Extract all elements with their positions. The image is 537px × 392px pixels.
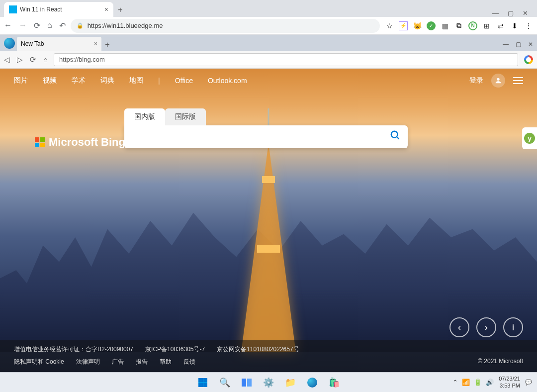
copy-ext-icon[interactable]: ⧉ bbox=[454, 21, 463, 30]
search-tabs: 国内版 国际版 bbox=[124, 108, 408, 125]
edge-window-controls: — ▢ ✕ bbox=[503, 41, 537, 51]
nav-images[interactable]: 图片 bbox=[14, 76, 28, 85]
volume-icon[interactable]: 🔊 bbox=[486, 379, 494, 386]
search-box bbox=[124, 125, 408, 148]
tab-domestic[interactable]: 国内版 bbox=[124, 108, 165, 125]
next-image-button[interactable]: › bbox=[476, 317, 496, 337]
file-explorer-button[interactable]: 📁 bbox=[281, 375, 300, 391]
nav-outlook[interactable]: Outlook.com bbox=[208, 77, 247, 85]
settings-button[interactable]: ⚙️ bbox=[259, 375, 278, 391]
footer-help[interactable]: 帮助 bbox=[160, 358, 172, 366]
maximize-button[interactable]: ▢ bbox=[508, 9, 514, 17]
reload-button[interactable]: ⟳ bbox=[30, 55, 36, 64]
green-circle-ext-icon[interactable]: ✓ bbox=[427, 21, 436, 30]
footer-legal[interactable]: 法律声明 bbox=[76, 358, 100, 366]
svg-rect-4 bbox=[247, 379, 252, 387]
store-button[interactable]: 🛍️ bbox=[325, 375, 344, 391]
close-button[interactable]: ✕ bbox=[523, 9, 528, 17]
hamburger-menu-icon[interactable] bbox=[513, 77, 523, 84]
nav-maps[interactable]: 地图 bbox=[129, 76, 143, 85]
nav-dictionary[interactable]: 词典 bbox=[100, 76, 114, 85]
minimize-button[interactable]: — bbox=[503, 41, 509, 48]
new-tab-button[interactable]: + bbox=[113, 3, 127, 17]
nav-office[interactable]: Office bbox=[175, 77, 193, 85]
close-icon[interactable]: × bbox=[94, 40, 97, 47]
google-icon[interactable] bbox=[524, 55, 533, 64]
minimize-button[interactable]: — bbox=[492, 9, 499, 17]
back-button[interactable]: ◁ bbox=[4, 55, 10, 64]
taskbar-center: 🔍 ⚙️ 📁 🛍️ bbox=[193, 375, 344, 391]
chrome-tab-strip: Win 11 in React × + — ▢ ✕ bbox=[0, 0, 537, 17]
chrome-toolbar: ← → ⟳ ⌂ ↶ 🔒 https://win11.blueedge.me ☆ … bbox=[0, 17, 537, 35]
footer-license-2[interactable]: 京ICP备10036305号-7 bbox=[145, 345, 205, 354]
wifi-icon[interactable]: 📶 bbox=[462, 379, 470, 386]
edge-url-bar[interactable]: https://bing.com bbox=[54, 53, 518, 66]
battery-icon[interactable]: 🔋 bbox=[474, 379, 482, 386]
bing-top-nav: 图片 视频 学术 词典 地图 | Office Outlook.com 登录 bbox=[0, 74, 537, 88]
edge-tab-strip: New Tab × + — ▢ ✕ bbox=[0, 35, 537, 51]
bing-footer: 增值电信业务经营许可证：合字B2-20090007 京ICP备10036305号… bbox=[0, 340, 537, 372]
info-button[interactable]: i bbox=[503, 317, 523, 337]
youdao-badge[interactable]: y bbox=[522, 127, 537, 149]
cat-ext-icon[interactable]: 😺 bbox=[413, 21, 422, 30]
tab-international[interactable]: 国际版 bbox=[165, 108, 206, 125]
bolt-ext-icon[interactable]: ⚡ bbox=[399, 21, 408, 30]
undo-button[interactable]: ↶ bbox=[59, 21, 66, 30]
forward-button[interactable]: → bbox=[19, 21, 27, 30]
footer-feedback[interactable]: 反馈 bbox=[183, 358, 195, 366]
home-button[interactable]: ⌂ bbox=[43, 55, 48, 64]
close-button[interactable]: ✕ bbox=[528, 41, 533, 48]
footer-license-3[interactable]: 京公网安备11010802022657号 bbox=[217, 345, 299, 354]
close-icon[interactable]: × bbox=[104, 5, 108, 13]
reload-button[interactable]: ⟳ bbox=[34, 21, 40, 30]
nav-academic[interactable]: 学术 bbox=[72, 76, 86, 85]
apps-ext-icon[interactable]: ⊞ bbox=[482, 21, 491, 30]
chrome-omnibox[interactable]: 🔒 https://win11.blueedge.me bbox=[71, 19, 380, 33]
search-input[interactable] bbox=[131, 133, 390, 141]
win11-favicon bbox=[9, 5, 17, 13]
maximize-button[interactable]: ▢ bbox=[516, 41, 521, 48]
microsoft-logo-icon bbox=[35, 137, 45, 147]
nav-video[interactable]: 视频 bbox=[43, 76, 57, 85]
arrows-ext-icon[interactable]: ⇄ bbox=[496, 21, 505, 30]
edge-icon bbox=[4, 38, 15, 49]
svg-line-2 bbox=[397, 137, 399, 139]
user-avatar[interactable] bbox=[491, 74, 505, 88]
edge-taskbar-button[interactable] bbox=[303, 375, 322, 391]
star-icon[interactable]: ☆ bbox=[385, 21, 394, 30]
edge-tab[interactable]: New Tab × bbox=[17, 37, 101, 51]
svg-point-0 bbox=[497, 78, 499, 81]
chrome-url-text: https://win11.blueedge.me bbox=[88, 22, 163, 29]
home-button[interactable]: ⌂ bbox=[47, 21, 52, 30]
edge-tab-title: New Tab bbox=[21, 40, 44, 47]
nav-divider: | bbox=[158, 77, 160, 85]
edge-toolbar: ◁ ▷ ⟳ ⌂ https://bing.com bbox=[0, 51, 537, 69]
lock-icon: 🔒 bbox=[77, 22, 84, 29]
system-tray: ⌃ 📶 🔋 🔊 07/23/21 3:53 PM 💬 bbox=[452, 376, 537, 389]
footer-ads[interactable]: 广告 bbox=[112, 358, 124, 366]
taskbar-clock[interactable]: 07/23/21 3:53 PM bbox=[499, 376, 520, 389]
search-icon[interactable] bbox=[390, 130, 401, 144]
footer-report[interactable]: 报告 bbox=[136, 358, 148, 366]
footer-privacy[interactable]: 隐私声明和 Cookie bbox=[14, 358, 64, 366]
n-ext-icon[interactable]: N bbox=[468, 21, 477, 30]
chrome-tab[interactable]: Win 11 in React × bbox=[4, 2, 113, 17]
svg-rect-3 bbox=[242, 379, 246, 387]
windows-taskbar: 🔍 ⚙️ 📁 🛍️ ⌃ 📶 🔋 🔊 07/23/21 3:53 PM 💬 bbox=[0, 372, 537, 392]
forward-button[interactable]: ▷ bbox=[17, 55, 23, 64]
prev-image-button[interactable]: ‹ bbox=[449, 317, 469, 337]
search-button[interactable]: 🔍 bbox=[215, 375, 234, 391]
footer-license-1[interactable]: 增值电信业务经营许可证：合字B2-20090007 bbox=[14, 345, 133, 354]
notifications-icon[interactable]: 💬 bbox=[525, 379, 532, 386]
menu-icon[interactable]: ⋮ bbox=[524, 21, 533, 30]
download-ext-icon[interactable]: ⬇ bbox=[510, 21, 519, 30]
start-button[interactable] bbox=[193, 375, 212, 391]
bing-logo: Microsoft Bing bbox=[35, 136, 125, 149]
grid-ext-icon[interactable]: ▦ bbox=[441, 21, 449, 30]
task-view-button[interactable] bbox=[237, 375, 256, 391]
edge-new-tab-button[interactable]: + bbox=[101, 39, 113, 51]
login-link[interactable]: 登录 bbox=[469, 76, 483, 85]
chrome-tab-title: Win 11 in React bbox=[20, 6, 62, 13]
chevron-up-icon[interactable]: ⌃ bbox=[452, 379, 458, 386]
back-button[interactable]: ← bbox=[4, 21, 12, 30]
